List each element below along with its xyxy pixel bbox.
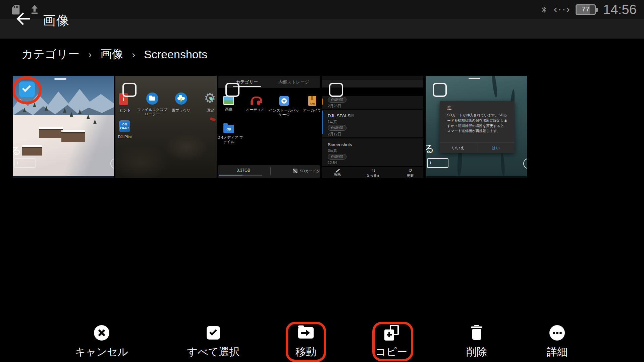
file-explorer-app-icon: [146, 93, 158, 105]
category-audio: オーディオ: [240, 96, 270, 112]
dji-folder-icon: dji: [223, 125, 234, 133]
action-label: 更新: [407, 174, 414, 178]
thumbnail-launcher-screenshot[interactable]: i ヒント ファイルエクスプローラー 雷ブラウザ ⚙ 設定 DJI PILOT …: [115, 76, 217, 178]
thumbnail-alpine-screenshot[interactable]: る t: [13, 76, 114, 178]
dialog-buttons: いいえ はい: [440, 142, 515, 153]
annotation-rect-copy: [372, 322, 413, 361]
scenery-tree: [63, 108, 66, 113]
select-all-icon: [207, 324, 220, 341]
scenery-tree: [87, 114, 90, 119]
dialog-title: 注: [447, 105, 451, 111]
browser-app-label: 雷ブラウザ: [168, 108, 195, 113]
partial-button-text: t: [17, 160, 18, 165]
breadcrumb-images[interactable]: 画像: [100, 47, 123, 62]
delete-button[interactable]: 削除: [450, 324, 503, 359]
drag-handle-dash: [54, 78, 66, 80]
row-color-mark: [322, 99, 323, 105]
thumbnail-dialog-screenshot[interactable]: る t 注 SDカードが挿入されています。SDカードを初期状態の保存場所に設定し…: [426, 76, 527, 178]
bluetooth-icon: [540, 4, 548, 16]
dji-pilot-icon-line2: PILOT: [120, 126, 129, 130]
action-label: 編集: [334, 172, 341, 177]
link-status-icon: ‹··›: [554, 3, 570, 16]
checkbox-unselected[interactable]: [225, 83, 239, 97]
sd-note-text: SDカードが: [300, 169, 320, 174]
row-date: 2月28日: [328, 104, 341, 109]
row-count: 3写真: [328, 148, 337, 153]
browser-app-icon: [175, 93, 187, 105]
category-label: インストールパッケージ: [269, 108, 299, 117]
scenery-tree: [78, 109, 82, 114]
sd-card-dialog: 注 SDカードが挿入されています。SDカードを初期状態の保存場所に設定しますか？…: [440, 101, 515, 153]
sd-missing-icon: [293, 169, 298, 173]
scenery-tree: [33, 103, 36, 107]
delete-label: 削除: [466, 345, 487, 359]
back-button[interactable]: [13, 9, 32, 28]
breadcrumb-separator: ›: [88, 48, 92, 60]
drag-handle-dash: [469, 78, 480, 79]
refresh-action: ↺ 更新: [395, 168, 423, 178]
battery-nub: [596, 8, 598, 12]
more-dots-icon: [549, 324, 565, 341]
created-time-badge: 作成時間: [328, 125, 346, 131]
divider: [270, 167, 271, 175]
file-explorer-app-label: ファイルエクスプローラー: [136, 108, 169, 116]
scenery-tree: [23, 108, 26, 112]
breadcrumb: カテゴリー › 画像 › Screenshots: [21, 46, 207, 62]
folder-icon: [149, 97, 155, 101]
sort-icon: ↑↓: [371, 168, 376, 173]
partial-button-outline: t: [427, 158, 448, 168]
category-go4-media: dji GO 4メディア ファイル: [218, 123, 244, 144]
cancel-button[interactable]: キャンセル: [75, 324, 128, 359]
status-icons-cluster: ‹··› 77 14:56: [540, 0, 637, 19]
created-time-badge: 作成時間: [328, 154, 346, 160]
battery-indicator: 77: [576, 4, 598, 15]
select-all-label: すべて選択: [187, 345, 239, 359]
clock: 14:56: [603, 2, 637, 17]
select-all-button[interactable]: すべて選択: [186, 324, 240, 359]
partial-text: る: [13, 144, 21, 158]
scenery-bottom-strip: [426, 176, 527, 178]
annotation-circle-checkbox: [13, 76, 42, 104]
checkbox-unselected[interactable]: [329, 83, 343, 97]
storage-progress-filled: [219, 175, 243, 176]
scenery-tree: [70, 112, 73, 117]
row-date: 12:54: [328, 161, 337, 165]
thumbnail-filemanager-screenshot[interactable]: カテゴリー 内部ストレージ 画像 オーディオ インストールパッケージ RAR ア…: [218, 76, 320, 178]
headphones-icon: [250, 96, 261, 105]
created-time-badge: 作成時間: [328, 97, 346, 103]
dialog-no-button: いいえ: [440, 143, 477, 153]
checkbox-unselected[interactable]: [122, 83, 137, 97]
list-bottom-toolbar: 編集 ↑↓ 並べ替え ↺ 更新: [322, 167, 423, 178]
partial-button-text: t: [430, 160, 431, 165]
annotation-rect-move: [286, 322, 326, 362]
list-row-partial: 作成時間 2月28日: [322, 96, 423, 109]
breadcrumb-screenshots[interactable]: Screenshots: [144, 48, 207, 61]
images-icon-art: [224, 97, 233, 104]
trash-icon: [470, 324, 483, 341]
row-name: DJI_SPALSH: [328, 113, 354, 118]
rar-file-icon: RAR: [308, 96, 316, 106]
refresh-icon: ↺: [408, 168, 412, 173]
install-package-icon: [279, 96, 289, 106]
category-label: オーディオ: [246, 108, 265, 112]
list-top-band: [322, 76, 423, 80]
category-archives: RAR アーカイブ: [297, 96, 320, 113]
breadcrumb-categories[interactable]: カテゴリー: [21, 47, 79, 62]
dji-pilot-app-icon: DJI PILOT: [119, 120, 130, 132]
details-label: 詳細: [547, 345, 568, 359]
edit-action: 編集: [322, 168, 353, 177]
status-bar: ‹··› 77 14:56: [0, 0, 644, 19]
partial-text: る: [426, 142, 434, 156]
checkbox-unselected[interactable]: [433, 83, 447, 97]
cancel-icon: [94, 324, 109, 341]
images-icon: [223, 96, 234, 105]
sort-action: ↑↓ 並べ替え: [358, 168, 388, 178]
category-label: GO 4メディア ファイル: [218, 135, 244, 144]
row-count: 1写真: [328, 119, 337, 124]
row-name: Screenshots: [328, 142, 352, 147]
hint-app-label: ヒント: [115, 108, 137, 113]
settings-app-label: 設定: [199, 108, 217, 113]
battery-percent: 77: [576, 4, 596, 14]
thumbnail-folderlist-screenshot[interactable]: 作成時間 2月28日 DJI_SPALSH 1写真 作成時間 2月12日 Scr…: [322, 76, 423, 178]
details-button[interactable]: 詳細: [530, 324, 584, 359]
